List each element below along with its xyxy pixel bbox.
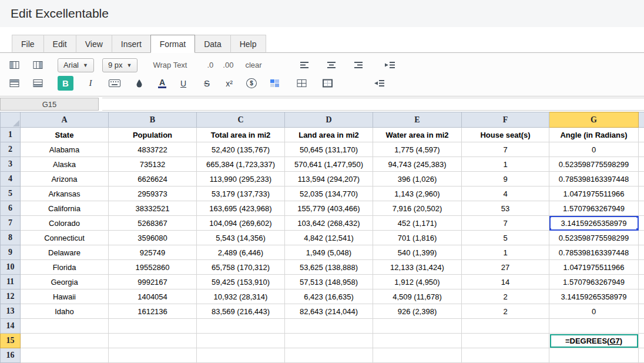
- cell-partial-14[interactable]: [639, 319, 644, 334]
- row-header-7[interactable]: 7: [1, 216, 21, 231]
- decrease-decimal-button[interactable]: .0: [207, 61, 213, 69]
- italic-button[interactable]: I: [85, 78, 96, 88]
- cell-D9[interactable]: 1,949 (5,048): [285, 245, 373, 260]
- row-header-1[interactable]: 1: [1, 128, 21, 142]
- selection-handle-bl[interactable]: [549, 228, 552, 231]
- menu-tab-format[interactable]: Format: [150, 35, 195, 53]
- cell-C14[interactable]: [197, 319, 285, 334]
- cell-G9[interactable]: 0.785398163397448: [549, 245, 639, 260]
- cell-F3[interactable]: 1: [462, 157, 549, 172]
- cell-F15[interactable]: [462, 334, 549, 348]
- cell-partial-2[interactable]: [639, 142, 644, 157]
- cell-D2[interactable]: 50,645 (131,170): [285, 142, 373, 157]
- cell-B11[interactable]: 9992167: [109, 275, 197, 289]
- cell-partial-6[interactable]: [639, 201, 644, 216]
- cell-C15[interactable]: [197, 334, 285, 348]
- column-header-C[interactable]: C: [197, 112, 285, 128]
- cell-B1[interactable]: Population: [109, 128, 197, 142]
- cell-E16[interactable]: [373, 348, 462, 363]
- cell-D13[interactable]: 82,643 (214,044): [285, 304, 373, 319]
- cell-G5[interactable]: 1.0471975511966: [549, 187, 639, 201]
- cell-partial-5[interactable]: [639, 187, 644, 201]
- font-family-dropdown[interactable]: Arial ▼: [58, 58, 94, 72]
- row-header-12[interactable]: 12: [1, 289, 21, 304]
- cell-A10[interactable]: Florida: [21, 260, 109, 275]
- insert-row-icon[interactable]: [8, 77, 20, 90]
- row-header-3[interactable]: 3: [1, 157, 21, 172]
- cell-E15[interactable]: [373, 334, 462, 348]
- cell-E12[interactable]: 4,509 (11,678): [373, 289, 462, 304]
- cell-F8[interactable]: 5: [462, 231, 549, 245]
- cell-G14[interactable]: [549, 319, 639, 334]
- row-header-13[interactable]: 13: [1, 304, 21, 319]
- font-color-button[interactable]: A: [158, 78, 166, 89]
- cell-D3[interactable]: 570,641 (1,477,950): [285, 157, 373, 172]
- cell-G16[interactable]: [549, 348, 639, 363]
- cell-E4[interactable]: 396 (1,026): [373, 172, 462, 187]
- cell-A5[interactable]: Arkansas: [21, 187, 109, 201]
- cell-D7[interactable]: 103,642 (268,432): [285, 216, 373, 231]
- cell-G11[interactable]: 1.5707963267949: [549, 275, 639, 289]
- cell-C10[interactable]: 65,758 (170,312): [197, 260, 285, 275]
- cell-C4[interactable]: 113,990 (295,233): [197, 172, 285, 187]
- cell-A7[interactable]: Colorado: [21, 216, 109, 231]
- cell-partial-3[interactable]: [639, 157, 644, 172]
- column-header-E[interactable]: E: [373, 112, 462, 128]
- menu-tab-view[interactable]: View: [76, 35, 112, 53]
- cell-A13[interactable]: Idaho: [21, 304, 109, 319]
- outdent-icon[interactable]: [373, 77, 385, 90]
- clear-formatting-button[interactable]: clear: [245, 61, 261, 69]
- cell-F2[interactable]: 7: [462, 142, 549, 157]
- cell-C5[interactable]: 53,179 (137,733): [197, 187, 285, 201]
- menu-tab-data[interactable]: Data: [194, 35, 231, 53]
- cell-F1[interactable]: House seat(s): [462, 128, 549, 142]
- strikethrough-button[interactable]: S: [202, 78, 212, 88]
- cell-B7[interactable]: 5268367: [109, 216, 197, 231]
- row-header-15[interactable]: 15: [1, 334, 21, 348]
- insert-row-below-icon[interactable]: [32, 77, 43, 90]
- cell-A15[interactable]: [21, 334, 109, 348]
- cell-G2[interactable]: 0: [549, 142, 639, 157]
- cell-E10[interactable]: 12,133 (31,424): [373, 260, 462, 275]
- cell-B2[interactable]: 4833722: [109, 142, 197, 157]
- cell-C16[interactable]: [197, 348, 285, 363]
- insert-column-right-icon[interactable]: [32, 59, 43, 72]
- cell-E5[interactable]: 1,143 (2,960): [373, 187, 462, 201]
- row-header-16[interactable]: 16: [1, 348, 21, 363]
- cell-partial-10[interactable]: [639, 260, 644, 275]
- borders-all-icon[interactable]: [296, 77, 307, 90]
- cell-C12[interactable]: 10,932 (28,314): [197, 289, 285, 304]
- cell-reference-box[interactable]: G15: [0, 98, 99, 111]
- underline-button[interactable]: U: [178, 79, 189, 88]
- cell-A4[interactable]: Arizona: [21, 172, 109, 187]
- cell-B15[interactable]: [109, 334, 197, 348]
- cell-A16[interactable]: [21, 348, 109, 363]
- align-right-icon[interactable]: [353, 59, 364, 72]
- menu-tab-edit[interactable]: Edit: [43, 35, 76, 53]
- cell-partial-15[interactable]: [639, 334, 644, 348]
- cell-B6[interactable]: 38332521: [109, 201, 197, 216]
- cell-partial-1[interactable]: [639, 128, 644, 142]
- selection-handle-tl[interactable]: [549, 216, 552, 218]
- keyboard-icon[interactable]: [109, 77, 120, 90]
- superscript-button[interactable]: x²: [224, 79, 234, 88]
- cell-F12[interactable]: 2: [462, 289, 549, 304]
- cell-B9[interactable]: 925749: [109, 245, 197, 260]
- cell-G8[interactable]: 0.523598775598299: [549, 231, 639, 245]
- cell-C13[interactable]: 83,569 (216,443): [197, 304, 285, 319]
- cell-F13[interactable]: 2: [462, 304, 549, 319]
- cell-E13[interactable]: 926 (2,398): [373, 304, 462, 319]
- cell-C1[interactable]: Total area in mi2: [197, 128, 285, 142]
- cell-G6[interactable]: 1.5707963267949: [549, 201, 639, 216]
- cell-E2[interactable]: 1,775 (4,597): [373, 142, 462, 157]
- row-header-8[interactable]: 8: [1, 231, 21, 245]
- cell-D6[interactable]: 155,779 (403,466): [285, 201, 373, 216]
- cell-E3[interactable]: 94,743 (245,383): [373, 157, 462, 172]
- cell-A12[interactable]: Hawaii: [21, 289, 109, 304]
- cell-F14[interactable]: [462, 319, 549, 334]
- cell-C3[interactable]: 665,384 (1,723,337): [197, 157, 285, 172]
- cell-A9[interactable]: Delaware: [21, 245, 109, 260]
- cell-B12[interactable]: 1404054: [109, 289, 197, 304]
- cell-A6[interactable]: California: [21, 201, 109, 216]
- borders-outer-icon[interactable]: [321, 77, 333, 90]
